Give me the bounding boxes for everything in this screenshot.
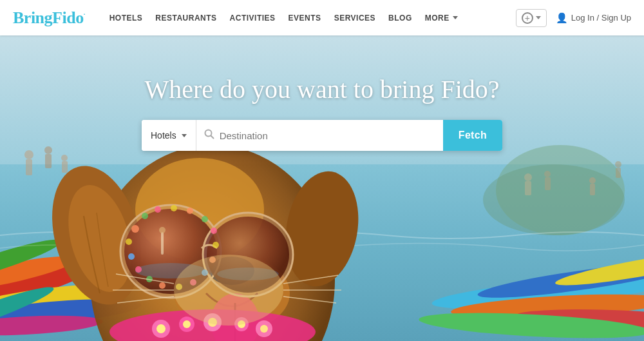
nav-events[interactable]: EVENTS [283,11,327,25]
destination-input[interactable] [220,130,435,141]
svg-rect-11 [525,181,531,195]
svg-rect-5 [26,159,32,175]
search-bar: Hotels Fetch [142,120,502,151]
logo-dot: · [84,11,85,18]
svg-point-50 [260,325,268,333]
svg-point-10 [524,173,532,181]
search-type-chevron-icon [182,134,187,137]
login-link[interactable]: 👤 Log In / Sign Up [556,12,631,24]
navbar: BringFido· HOTELS RESTAURANTS ACTIVITIES… [0,0,644,35]
svg-rect-9 [62,161,68,173]
svg-rect-15 [590,184,595,195]
add-dropdown-icon [536,16,541,19]
svg-point-59 [131,225,139,233]
svg-rect-53 [161,232,164,255]
search-input-wrap [196,129,443,142]
svg-point-73 [135,266,142,273]
logo-text: BringFido [13,8,84,27]
add-button[interactable]: + [516,9,547,27]
nav-more[interactable]: MORE [420,11,463,25]
svg-point-44 [183,320,191,328]
svg-rect-13 [545,177,551,190]
svg-point-60 [142,213,148,219]
svg-point-64 [202,216,208,222]
hero-title: Where do you want to bring Fido? [0,74,644,104]
svg-point-74 [128,253,135,260]
svg-point-8 [61,155,68,161]
svg-line-84 [211,136,213,139]
svg-point-66 [213,242,219,248]
nav-links: HOTELS RESTAURANTS ACTIVITIES EVENTS SER… [104,11,516,25]
svg-point-65 [211,228,217,234]
svg-point-14 [589,177,596,184]
svg-point-4 [24,150,33,159]
hero-section: Where do you want to bring Fido? Hotels … [0,35,644,341]
nav-more-label: MORE [425,14,450,23]
logo[interactable]: BringFido· [13,8,85,28]
svg-point-76 [174,255,283,326]
svg-point-75 [126,239,132,245]
svg-point-54 [159,227,166,233]
person-icon: 👤 [556,12,568,24]
svg-point-71 [159,282,166,289]
search-type-label: Hotels [151,130,176,141]
nav-blog[interactable]: BLOG [383,11,417,25]
svg-rect-17 [616,168,621,178]
nav-hotels[interactable]: HOTELS [104,11,148,25]
search-type-button[interactable]: Hotels [142,120,196,151]
svg-point-16 [615,161,621,168]
fetch-label: Fetch [459,130,487,141]
nav-services[interactable]: SERVICES [329,11,381,25]
nav-restaurants[interactable]: RESTAURANTS [150,11,222,25]
hero-content: Where do you want to bring Fido? Hotels … [0,74,644,151]
svg-rect-7 [45,154,52,168]
plus-circle-icon: + [522,12,533,24]
svg-point-61 [155,206,161,213]
fetch-button[interactable]: Fetch [443,120,502,151]
svg-point-42 [156,324,166,333]
svg-point-12 [544,171,551,177]
svg-point-3 [483,164,625,235]
svg-point-62 [171,205,177,211]
nav-right: + 👤 Log In / Sign Up [516,9,631,27]
svg-point-63 [187,208,193,214]
chevron-down-icon [453,16,458,19]
nav-activities[interactable]: ACTIVITIES [225,11,281,25]
login-label: Log In / Sign Up [571,13,631,23]
search-icon [204,129,214,142]
